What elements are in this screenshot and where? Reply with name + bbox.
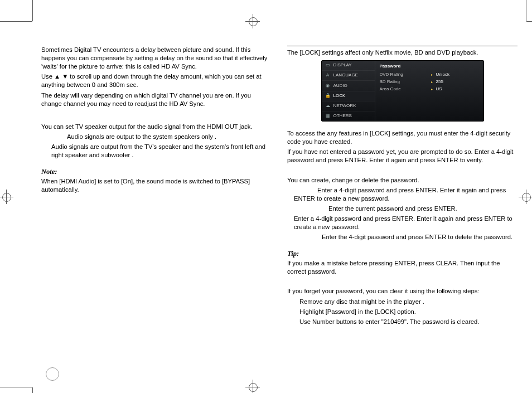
registration-mark-icon xyxy=(519,190,532,204)
registration-mark-icon xyxy=(245,380,260,393)
body-text: If you forget your password, you can cle… xyxy=(287,287,518,295)
step-item: Highlight [Password] in the [LOCK] optio… xyxy=(299,308,518,316)
settings-menu-item: ☁NETWORK xyxy=(322,101,375,111)
body-text: Enter the 4-digit password and press ENT… xyxy=(294,233,518,241)
body-text: Enter the current password and press ENT… xyxy=(294,205,518,213)
body-text: The [LOCK] settings affect only Netflix … xyxy=(287,48,518,57)
settings-menu-item: ▭DISPLAY xyxy=(322,61,375,70)
note-body: When [HDMI Audio] is set to [On], the so… xyxy=(41,177,272,194)
others-icon: ▦ xyxy=(325,114,331,119)
body-text: You can set TV speaker output for the au… xyxy=(41,123,272,131)
settings-row: BD Rating▸255 xyxy=(380,79,479,85)
settings-panel-header: Password xyxy=(380,64,479,70)
language-icon: A xyxy=(325,73,331,79)
settings-menu-label: NETWORK xyxy=(333,103,356,109)
settings-menu-label: LANGUAGE xyxy=(333,72,358,79)
settings-value: Unlock xyxy=(436,72,449,78)
chevron-right-icon: ▸ xyxy=(431,87,433,91)
body-text: Enter a 4-digit password and press ENTER… xyxy=(294,186,518,203)
body-text: Enter a 4-digit password and press ENTER… xyxy=(294,215,518,231)
registration-mark-icon xyxy=(0,190,13,204)
body-text: Audio signals are output from the TV's s… xyxy=(51,143,272,159)
note-heading: Note: xyxy=(41,167,272,177)
settings-menu-item: ◉AUDIO xyxy=(322,80,375,90)
settings-value: US xyxy=(436,86,442,93)
settings-menu-label: DISPLAY xyxy=(333,62,352,69)
settings-screenshot: ▭DISPLAY ALANGUAGE ◉AUDIO 🔒LOCK ☁NETWORK… xyxy=(321,60,484,122)
chevron-right-icon: ▸ xyxy=(431,80,433,84)
settings-row: DVD Rating▸Unlock xyxy=(380,72,479,78)
right-column: The [LOCK] settings affect only Netflix … xyxy=(287,46,518,372)
settings-key: DVD Rating xyxy=(380,72,428,78)
display-icon: ▭ xyxy=(325,63,331,69)
settings-value: 255 xyxy=(436,79,443,85)
body-text: To access the any features in [LOCK] set… xyxy=(287,129,518,146)
lock-icon: 🔒 xyxy=(325,93,331,99)
chevron-right-icon: ▸ xyxy=(431,72,433,77)
section-rule xyxy=(287,46,518,46)
audio-icon: ◉ xyxy=(325,83,331,89)
settings-key: Area Code xyxy=(380,86,428,93)
tip-heading: Tip: xyxy=(287,249,518,259)
settings-panel: Password DVD Rating▸Unlock BD Rating▸255… xyxy=(375,61,483,121)
settings-menu-label: LOCK xyxy=(333,93,346,99)
settings-menu-label: AUDIO xyxy=(333,83,347,89)
body-text: Use ▲ ▼ to scroll up and down through th… xyxy=(41,72,272,89)
settings-menu-item: ▦OTHERS xyxy=(322,111,375,121)
registration-mark-icon xyxy=(245,14,260,28)
settings-menu-label: OTHERS xyxy=(333,113,352,119)
settings-menu: ▭DISPLAY ALANGUAGE ◉AUDIO 🔒LOCK ☁NETWORK… xyxy=(322,61,375,121)
settings-row: Area Code▸US xyxy=(380,86,479,93)
step-item: Use Number buttons to enter "210499". Th… xyxy=(299,318,518,326)
step-item: Remove any disc that might be in the pla… xyxy=(299,298,518,306)
body-text: You can create, change or delete the pas… xyxy=(287,176,518,185)
network-icon: ☁ xyxy=(325,103,331,109)
manual-page: Sometimes Digital TV encounters a delay … xyxy=(0,0,532,393)
tip-body: If you make a mistake before pressing EN… xyxy=(287,259,518,276)
settings-key: BD Rating xyxy=(380,79,428,85)
settings-menu-item: ALANGUAGE xyxy=(322,70,375,80)
body-text: Sometimes Digital TV encounters a delay … xyxy=(41,46,272,71)
left-column: Sometimes Digital TV encounters a delay … xyxy=(41,46,272,372)
body-text: If you have not entered a password yet, … xyxy=(287,148,518,164)
settings-menu-item-selected: 🔒LOCK xyxy=(322,91,375,101)
body-text: The delay will vary depending on which d… xyxy=(41,91,272,108)
body-text: Audio signals are output to the system s… xyxy=(67,133,272,141)
